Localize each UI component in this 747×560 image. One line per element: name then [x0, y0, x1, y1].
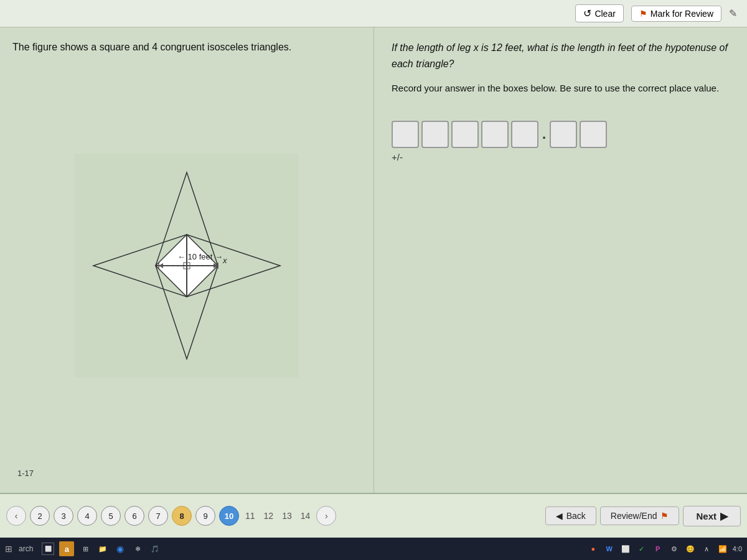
answer-box-1[interactable] — [392, 121, 419, 148]
taskbar: ⊞ arch ⬜ a ⊞ 📁 ◉ ❄ 🎵 ● W ⬜ ✓ P ⚙ 😊 ∧ 📶 4… — [0, 538, 747, 560]
taskbar-app-grid-icon[interactable]: ⊞ — [79, 543, 92, 555]
back-button[interactable]: ◀ Back — [545, 506, 596, 525]
taskbar-app-box-icon[interactable]: ⬜ — [619, 543, 632, 555]
prompt-text: If the length of leg x is 12 feet, what … — [392, 42, 728, 69]
nav-num-10[interactable]: 10 — [219, 506, 239, 526]
question-prompt: If the length of leg x is 12 feet, what … — [392, 40, 730, 72]
nav-num-14[interactable]: 14 — [298, 511, 313, 521]
clear-label: Clear — [594, 9, 615, 19]
taskbar-gear-icon[interactable]: ⚙ — [668, 543, 680, 555]
flag-icon: ⚑ — [639, 9, 647, 19]
nav-num-12[interactable]: 12 — [261, 511, 276, 521]
review-end-button[interactable]: Review/End ⚑ — [600, 506, 680, 525]
answer-box-6[interactable] — [550, 121, 577, 148]
geometry-figure: ← 10 feet → x — [75, 154, 299, 378]
taskbar-system-icons: ● W ⬜ ✓ P ⚙ 😊 ∧ 📶 4:0 — [587, 543, 742, 555]
nav-num-11[interactable]: 11 — [243, 511, 258, 521]
instruction-content: Record your answer in the boxes below. B… — [392, 83, 719, 93]
svg-text:← 10 feet →: ← 10 feet → — [177, 252, 223, 261]
instruction-text: Record your answer in the boxes below. B… — [392, 82, 730, 96]
windows-icon[interactable]: ⊞ — [5, 544, 12, 554]
taskbar-browser-icon[interactable]: ◉ — [114, 543, 126, 555]
nav-bar: ‹ 2 3 4 5 6 7 8 9 10 11 12 13 14 › ◀ Bac… — [0, 493, 747, 538]
mark-review-label: Mark for Review — [651, 9, 713, 19]
taskbar-snowflake-icon[interactable]: ❄ — [131, 543, 144, 555]
answer-box-7[interactable] — [580, 121, 607, 148]
answer-box-5[interactable] — [511, 121, 538, 148]
taskbar-app-color-icon[interactable]: ● — [587, 543, 599, 555]
prev-arrow-button[interactable]: ‹ — [6, 506, 26, 526]
svg-text:x: x — [222, 256, 227, 265]
decimal-separator: . — [541, 126, 547, 142]
review-end-label: Review/End — [611, 511, 657, 521]
question-description: The figure shows a square and 4 congruen… — [12, 42, 291, 52]
next-label: Next — [696, 511, 716, 521]
taskbar-time: 4:0 — [733, 545, 742, 553]
question-number: 1-17 — [17, 469, 34, 478]
answer-box-4[interactable] — [481, 121, 509, 148]
nav-num-6[interactable]: 6 — [125, 506, 144, 526]
nav-num-4[interactable]: 4 — [77, 506, 97, 526]
left-panel: The figure shows a square and 4 congruen… — [0, 27, 374, 493]
nav-num-7[interactable]: 7 — [148, 506, 168, 526]
plus-minus-label[interactable]: +/- — [392, 152, 730, 162]
next-chevron-icon: ▶ — [720, 510, 728, 522]
mark-review-button[interactable]: ⚑ Mark for Review — [631, 6, 721, 22]
nav-num-8[interactable]: 8 — [172, 506, 192, 526]
taskbar-smiley-icon[interactable]: 😊 — [684, 543, 697, 555]
taskbar-music-icon[interactable]: 🎵 — [149, 543, 161, 555]
answer-boxes-row: . — [392, 121, 730, 148]
taskbar-divider-icon: ⬜ — [42, 543, 54, 555]
taskbar-check-icon[interactable]: ✓ — [636, 543, 648, 555]
taskbar-network-icon[interactable]: 📶 — [716, 543, 729, 555]
taskbar-search-area[interactable]: ⊞ arch — [5, 544, 33, 554]
next-arrow-icon: › — [325, 511, 328, 521]
answer-area: . +/- — [392, 116, 730, 162]
taskbar-up-chevron-icon[interactable]: ∧ — [700, 543, 713, 555]
answer-box-3[interactable] — [451, 121, 479, 148]
back-arrow-icon: ◀ — [556, 511, 563, 521]
prev-arrow-icon: ‹ — [15, 511, 18, 521]
nav-num-2[interactable]: 2 — [30, 506, 50, 526]
answer-box-2[interactable] — [421, 121, 449, 148]
nav-num-5[interactable]: 5 — [101, 506, 121, 526]
question-label: 1-17 — [12, 466, 361, 480]
back-label: Back — [566, 511, 586, 521]
right-panel: If the length of leg x is 12 feet, what … — [374, 27, 747, 493]
edit-icon: ✎ — [729, 7, 737, 19]
taskbar-app-a-icon[interactable]: a — [59, 541, 74, 556]
taskbar-app-folder-icon[interactable]: 📁 — [96, 543, 109, 555]
nav-num-9[interactable]: 9 — [195, 506, 215, 526]
figure-container: ← 10 feet → x — [12, 65, 361, 466]
taskbar-search-text: arch — [19, 544, 33, 553]
nav-num-13[interactable]: 13 — [280, 511, 294, 521]
next-button[interactable]: Next ▶ — [683, 506, 741, 526]
clear-icon: ↺ — [583, 7, 591, 19]
taskbar-p-icon[interactable]: P — [652, 543, 664, 555]
next-arrow-button[interactable]: › — [316, 506, 336, 526]
nav-num-3[interactable]: 3 — [54, 506, 73, 526]
clear-button[interactable]: ↺ Clear — [575, 4, 623, 22]
taskbar-app-w-icon[interactable]: W — [603, 543, 616, 555]
left-question-text: The figure shows a square and 4 congruen… — [12, 40, 361, 55]
flag-nav-icon: ⚑ — [660, 511, 669, 521]
main-content: The figure shows a square and 4 congruen… — [0, 27, 747, 493]
top-bar: ↺ Clear ⚑ Mark for Review ✎ — [0, 0, 747, 27]
